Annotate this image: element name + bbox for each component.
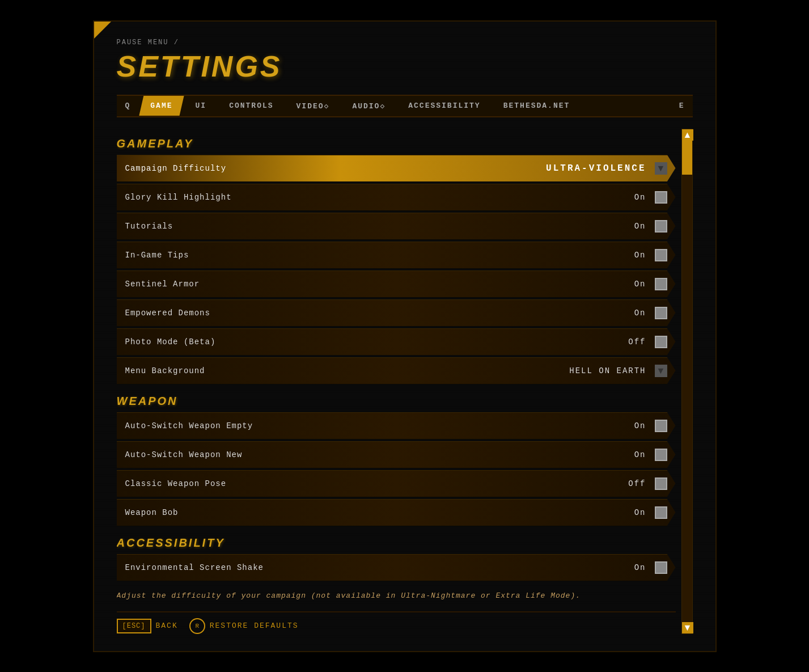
section-accessibility-header: ACCESSIBILITY <box>117 528 676 554</box>
tutorials-label: Tutorials <box>125 222 634 231</box>
setting-empowered-demons[interactable]: Empowered Demons On <box>117 299 676 327</box>
env-screen-shake-label: Environmental Screen Shake <box>125 563 634 572</box>
env-screen-shake-checkbox[interactable] <box>655 561 667 574</box>
menu-background-arrow[interactable]: ▼ <box>655 365 667 377</box>
sentinel-armor-checkbox[interactable] <box>655 278 667 290</box>
page-title: SETTINGS <box>117 49 693 83</box>
restore-key-circle: R <box>189 618 205 634</box>
classic-weapon-pose-value: Off <box>628 479 646 488</box>
scroll-up-arrow: ▲ <box>683 130 692 140</box>
glory-kill-label: Glory Kill Highlight <box>125 193 634 202</box>
settings-window: PAUSE MENU / SETTINGS Q GAME UI CONTROLS… <box>93 20 717 652</box>
empowered-demons-label: Empowered Demons <box>125 308 634 318</box>
corner-decoration <box>94 22 111 39</box>
setting-menu-background[interactable]: Menu Background HELL ON EARTH ▼ <box>117 357 676 384</box>
help-text: Adjust the difficulty of your campaign (… <box>117 583 676 608</box>
campaign-difficulty-value: ULTRA-VIOLENCE <box>546 163 646 174</box>
in-game-tips-checkbox[interactable] <box>655 249 667 261</box>
menu-background-label: Menu Background <box>125 366 570 375</box>
scroll-up-button[interactable]: ▲ <box>682 129 693 141</box>
empowered-demons-value: On <box>634 308 646 318</box>
breadcrumb: PAUSE MENU / <box>117 39 693 47</box>
auto-switch-empty-checkbox[interactable] <box>655 420 667 432</box>
tutorials-checkbox[interactable] <box>655 220 667 233</box>
setting-glory-kill[interactable]: Glory Kill Highlight On <box>117 184 676 211</box>
in-game-tips-value: On <box>634 251 646 260</box>
auto-switch-new-checkbox[interactable] <box>655 449 667 461</box>
setting-classic-weapon-pose[interactable]: Classic Weapon Pose Off <box>117 470 676 497</box>
auto-switch-new-value: On <box>634 450 646 459</box>
photo-mode-checkbox[interactable] <box>655 336 667 348</box>
classic-weapon-pose-checkbox[interactable] <box>655 477 667 490</box>
setting-campaign-difficulty[interactable]: Campaign Difficulty ULTRA-VIOLENCE ▼ <box>117 155 676 182</box>
section-weapon-header: WEAPON <box>117 386 676 412</box>
setting-sentinel-armor[interactable]: Sentinel Armor On <box>117 271 676 298</box>
scrollbar: ▲ ▼ <box>681 129 693 634</box>
in-game-tips-label: In-Game Tips <box>125 251 634 260</box>
back-button[interactable]: [ESC] BACK <box>117 618 178 634</box>
auto-switch-new-label: Auto-Switch Weapon New <box>125 450 634 459</box>
restore-defaults-button[interactable]: R RESTORE DEFAULTS <box>189 618 299 634</box>
glory-kill-value: On <box>634 193 646 202</box>
weapon-bob-value: On <box>634 508 646 517</box>
scroll-track[interactable] <box>682 141 692 622</box>
settings-list: GAMEPLAY Campaign Difficulty ULTRA-VIOLE… <box>117 129 676 634</box>
scroll-thumb[interactable] <box>682 141 692 175</box>
env-screen-shake-value: On <box>634 563 646 572</box>
tab-controls[interactable]: CONTROLS <box>218 96 285 116</box>
bottom-bar: [ESC] BACK R RESTORE DEFAULTS <box>117 611 676 634</box>
scroll-down-arrow: ▼ <box>683 623 692 633</box>
setting-env-screen-shake[interactable]: Environmental Screen Shake On <box>117 554 676 581</box>
setting-tutorials[interactable]: Tutorials On <box>117 213 676 240</box>
setting-in-game-tips[interactable]: In-Game Tips On <box>117 242 676 269</box>
photo-mode-value: Off <box>628 337 646 346</box>
sentinel-armor-value: On <box>634 280 646 289</box>
tab-end: E <box>671 96 693 116</box>
back-key: [ESC] <box>117 619 151 633</box>
empowered-demons-checkbox[interactable] <box>655 307 667 319</box>
setting-auto-switch-empty[interactable]: Auto-Switch Weapon Empty On <box>117 412 676 439</box>
tab-ui[interactable]: UI <box>184 96 218 116</box>
tab-video[interactable]: VIDEO◇ <box>285 96 341 116</box>
auto-switch-empty-label: Auto-Switch Weapon Empty <box>125 421 634 430</box>
photo-mode-label: Photo Mode (Beta) <box>125 337 629 346</box>
back-label: BACK <box>156 622 178 630</box>
sentinel-armor-label: Sentinel Armor <box>125 280 634 289</box>
glory-kill-checkbox[interactable] <box>655 191 667 204</box>
restore-defaults-label: RESTORE DEFAULTS <box>210 622 299 630</box>
weapon-bob-checkbox[interactable] <box>655 506 667 519</box>
campaign-difficulty-label: Campaign Difficulty <box>125 164 547 173</box>
menu-background-value: HELL ON EARTH <box>569 366 646 375</box>
content-area: GAMEPLAY Campaign Difficulty ULTRA-VIOLE… <box>117 129 693 634</box>
setting-photo-mode[interactable]: Photo Mode (Beta) Off <box>117 328 676 356</box>
setting-weapon-bob[interactable]: Weapon Bob On <box>117 499 676 526</box>
tab-accessibility[interactable]: ACCESSIBILITY <box>397 96 492 116</box>
nav-tabs: Q GAME UI CONTROLS VIDEO◇ AUDIO◇ ACCESSI… <box>117 95 693 117</box>
weapon-bob-label: Weapon Bob <box>125 508 634 517</box>
section-gameplay-header: GAMEPLAY <box>117 129 676 155</box>
tab-q[interactable]: Q <box>117 96 139 116</box>
setting-auto-switch-new[interactable]: Auto-Switch Weapon New On <box>117 441 676 468</box>
tab-bethesda[interactable]: BETHESDA.NET <box>492 96 582 116</box>
classic-weapon-pose-label: Classic Weapon Pose <box>125 479 629 488</box>
tab-audio[interactable]: AUDIO◇ <box>341 96 397 116</box>
scroll-down-button[interactable]: ▼ <box>682 622 693 633</box>
auto-switch-empty-value: On <box>634 421 646 430</box>
tutorials-value: On <box>634 222 646 231</box>
campaign-difficulty-arrow[interactable]: ▼ <box>655 162 667 175</box>
tab-game[interactable]: GAME <box>139 96 184 116</box>
